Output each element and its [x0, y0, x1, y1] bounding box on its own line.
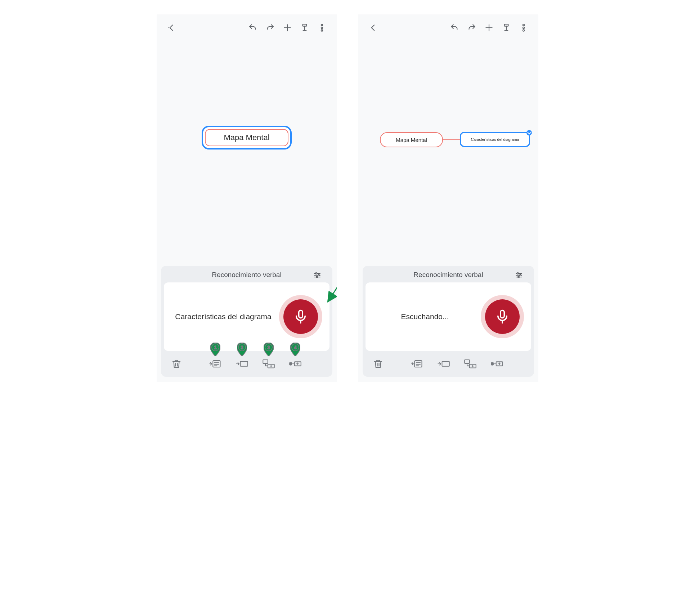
- expand-handle-icon[interactable]: [526, 130, 532, 135]
- format-button[interactable]: [298, 21, 311, 35]
- insert-sibling-button[interactable]: [435, 357, 452, 371]
- svg-rect-32: [442, 361, 449, 366]
- selected-node[interactable]: Mapa Mental: [202, 126, 292, 149]
- back-button[interactable]: [366, 21, 380, 35]
- node-link: [443, 139, 460, 140]
- svg-rect-33: [465, 360, 470, 363]
- svg-point-25: [523, 27, 524, 28]
- voice-body: Escuchando...: [366, 282, 531, 351]
- top-toolbar: [157, 14, 337, 41]
- delete-button[interactable]: [370, 357, 386, 371]
- svg-point-24: [523, 24, 524, 26]
- voice-panel: Reconocimiento verbal Características de…: [161, 266, 332, 377]
- voice-panel: Reconocimiento verbal Escuchando...: [363, 266, 534, 377]
- child-node[interactable]: Características del diagrama: [460, 132, 530, 147]
- svg-point-27: [517, 273, 519, 274]
- top-toolbar: [358, 14, 538, 41]
- add-button[interactable]: [482, 21, 496, 35]
- svg-point-26: [523, 30, 524, 31]
- undo-button[interactable]: [448, 21, 461, 35]
- voice-panel-title: Reconocimiento verbal: [212, 271, 281, 279]
- mic-button[interactable]: [485, 299, 520, 334]
- svg-rect-35: [491, 363, 493, 365]
- node-label: Mapa Mental: [396, 137, 427, 143]
- redo-button[interactable]: [263, 21, 277, 35]
- node-label: Mapa Mental: [205, 129, 288, 146]
- back-button[interactable]: [165, 21, 178, 35]
- recognized-text: Escuchando...: [373, 312, 481, 322]
- add-button[interactable]: [281, 21, 294, 35]
- svg-text:1: 1: [214, 345, 216, 350]
- mic-halo: [481, 295, 524, 338]
- svg-rect-7: [299, 311, 303, 318]
- svg-point-1: [321, 24, 323, 26]
- node-label: Características del diagrama: [471, 137, 519, 142]
- screen-left: Mapa Mental Reconocimiento verbal Caract…: [157, 14, 337, 382]
- svg-text:3: 3: [267, 345, 270, 350]
- mic-halo: [279, 295, 322, 338]
- redo-button[interactable]: [465, 21, 479, 35]
- svg-rect-18: [290, 363, 292, 365]
- insert-note-button[interactable]: 1: [207, 357, 224, 371]
- more-button[interactable]: [517, 21, 530, 35]
- format-button[interactable]: [499, 21, 513, 35]
- annotation-pin-3: 3: [264, 343, 274, 356]
- insert-child-button[interactable]: 3: [260, 357, 277, 371]
- recognized-text: Características del diagrama: [171, 312, 279, 322]
- svg-rect-30: [501, 311, 505, 318]
- svg-point-2: [321, 27, 323, 28]
- root-node[interactable]: Mapa Mental: [380, 132, 443, 147]
- annotation-pin-2: 2: [237, 343, 247, 356]
- svg-point-3: [321, 30, 323, 31]
- delete-button[interactable]: [168, 357, 185, 371]
- svg-point-4: [315, 273, 317, 274]
- insert-floating-button[interactable]: 4: [287, 357, 304, 371]
- svg-rect-14: [263, 360, 268, 363]
- mindmap-canvas[interactable]: Mapa Mental: [157, 41, 337, 243]
- insert-floating-button[interactable]: [489, 357, 505, 371]
- annotation-pin-4: 4: [290, 343, 300, 356]
- svg-point-29: [518, 276, 519, 278]
- mindmap-canvas[interactable]: Mapa Mental Características del diagrama: [358, 41, 538, 243]
- mic-button[interactable]: [283, 299, 318, 334]
- voice-settings-button[interactable]: [515, 271, 525, 281]
- screen-right: Mapa Mental Características del diagrama…: [358, 14, 538, 382]
- svg-text:4: 4: [294, 345, 297, 350]
- svg-point-5: [318, 274, 319, 276]
- voice-footer: 1 2 3 4: [164, 351, 329, 374]
- insert-note-button[interactable]: [409, 357, 425, 371]
- annotation-pin-1: 1: [210, 343, 220, 356]
- more-button[interactable]: [315, 21, 329, 35]
- insert-child-button[interactable]: [462, 357, 479, 371]
- voice-panel-title: Reconocimiento verbal: [413, 271, 483, 279]
- voice-settings-button[interactable]: [313, 271, 323, 281]
- svg-text:2: 2: [241, 345, 243, 350]
- svg-point-6: [316, 276, 318, 278]
- voice-body: Características del diagrama: [164, 282, 329, 351]
- undo-button[interactable]: [246, 21, 260, 35]
- svg-rect-11: [241, 361, 248, 366]
- voice-footer: [366, 351, 531, 374]
- svg-point-28: [520, 274, 521, 276]
- insert-sibling-button[interactable]: 2: [234, 357, 250, 371]
